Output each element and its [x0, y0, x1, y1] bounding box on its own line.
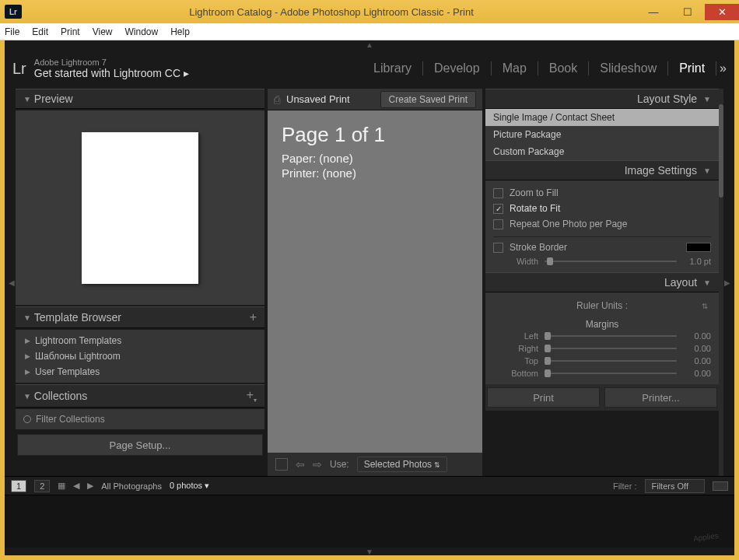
- grid-view-icon[interactable]: ▦: [58, 481, 65, 491]
- chevron-down-icon: ▼: [23, 95, 31, 103]
- layout-style-custom-package[interactable]: Custom Package: [485, 143, 719, 160]
- chevron-down-icon: ▼: [23, 313, 31, 322]
- stroke-width-label: Width: [493, 257, 538, 266]
- margin-top-slider[interactable]: [545, 360, 677, 362]
- layout-panel-header[interactable]: Layout ▼: [485, 272, 719, 292]
- module-map[interactable]: Map: [492, 61, 538, 75]
- window-close-button[interactable]: ✕: [705, 4, 739, 20]
- image-settings-body: Zoom to Fill ✓Rotate to Fit Repeat One P…: [485, 180, 719, 272]
- margin-bottom-label: Bottom: [493, 369, 538, 378]
- next-page-button[interactable]: ⇨: [313, 458, 322, 471]
- search-icon: [23, 415, 31, 423]
- collapse-bottom-icon[interactable]: ▼: [5, 548, 734, 555]
- template-folder-label: Шаблоны Lightroom: [35, 351, 121, 362]
- margins-title: Margins: [493, 314, 711, 330]
- add-template-button[interactable]: +: [250, 310, 257, 324]
- module-develop[interactable]: Develop: [423, 61, 492, 75]
- template-folder-user[interactable]: ▶User Templates: [20, 364, 260, 380]
- prev-page-button[interactable]: ⇦: [296, 458, 305, 471]
- template-folder-label: User Templates: [35, 366, 100, 377]
- print-buttons-bar: Print Printer...: [485, 384, 719, 411]
- margin-left-slider[interactable]: [545, 335, 677, 337]
- page-setup-button[interactable]: Page Setup...: [17, 434, 263, 456]
- unsaved-print-label: Unsaved Print: [286, 93, 350, 105]
- window-titlebar: Lr Lightroom Catalog - Adobe Photoshop L…: [0, 0, 739, 23]
- get-started-link[interactable]: Get started with Lightroom CC ▸: [34, 67, 189, 79]
- collapse-top-icon[interactable]: ▲: [5, 40, 734, 48]
- collapse-right-icon[interactable]: ▶: [723, 89, 731, 476]
- template-folder-ru[interactable]: ▶Шаблоны Lightroom: [20, 348, 260, 364]
- zoom-to-fill-label: Zoom to Fill: [510, 187, 559, 198]
- chevron-down-icon: ▼: [703, 95, 711, 103]
- add-collection-button[interactable]: +▾: [247, 388, 257, 404]
- filter-collections-label: Filter Collections: [36, 414, 105, 425]
- window-maximize-button[interactable]: ☐: [671, 4, 705, 20]
- stroke-width-value: 1.0 pt: [683, 257, 711, 266]
- nav-back-icon[interactable]: ◀: [73, 481, 79, 491]
- layout-title: Layout: [664, 276, 697, 289]
- menu-edit[interactable]: Edit: [32, 26, 48, 37]
- filmstrip[interactable]: Applies: [5, 495, 734, 548]
- nav-forward-icon[interactable]: ▶: [87, 481, 93, 491]
- filter-lock-toggle[interactable]: [713, 481, 728, 491]
- image-settings-title: Image Settings: [625, 164, 697, 177]
- window-minimize-button[interactable]: —: [636, 4, 671, 20]
- layout-style-header[interactable]: Layout Style ▼: [485, 89, 719, 109]
- zoom-to-fill-checkbox[interactable]: [493, 188, 503, 198]
- margin-bottom-slider[interactable]: [545, 373, 677, 374]
- stroke-color-swatch[interactable]: [686, 243, 711, 252]
- preview-panel-header[interactable]: ▼ Preview: [16, 89, 264, 109]
- dropdown-icon: ⇅: [702, 302, 708, 310]
- layout-style-picture-package[interactable]: Picture Package: [485, 126, 719, 143]
- app-header: Lr Adobe Lightroom 7 Get started with Li…: [5, 48, 734, 89]
- ruler-units-dropdown[interactable]: Ruler Units : ⇅: [493, 297, 711, 314]
- page-heading: Page 1 of 1: [282, 123, 468, 147]
- collections-header[interactable]: ▼ Collections +▾: [16, 384, 264, 408]
- filmstrip-count[interactable]: 0 photos ▾: [170, 481, 209, 491]
- printer-info: Printer: (none): [282, 166, 468, 180]
- module-overflow-icon[interactable]: »: [716, 61, 727, 75]
- rotate-to-fit-checkbox[interactable]: ✓: [493, 204, 503, 214]
- module-book[interactable]: Book: [538, 61, 589, 75]
- collections-title: Collections: [34, 390, 87, 402]
- window-title: Lightroom Catalog - Adobe Photoshop Ligh…: [26, 6, 636, 18]
- select-all-checkbox[interactable]: [275, 458, 288, 471]
- menu-file[interactable]: File: [5, 26, 19, 37]
- stroke-border-checkbox[interactable]: [493, 243, 503, 253]
- create-saved-print-button[interactable]: Create Saved Print: [380, 91, 476, 108]
- screen-mode-2-button[interactable]: 2: [34, 480, 50, 492]
- margin-right-slider[interactable]: [545, 348, 677, 349]
- filmstrip-toolbar: 1 2 ▦ ◀ ▶ All Photographs 0 photos ▾ Fil…: [5, 476, 734, 495]
- screen-mode-1-button[interactable]: 1: [11, 480, 26, 492]
- paper-info: Paper: (none): [282, 152, 468, 165]
- use-dropdown[interactable]: Selected Photos ⇅: [357, 457, 448, 472]
- canvas-footer: ⇦ ⇨ Use: Selected Photos ⇅: [268, 453, 482, 476]
- module-slideshow[interactable]: Slideshow: [589, 61, 668, 75]
- stroke-width-slider[interactable]: [545, 261, 677, 262]
- preview-canvas: [16, 110, 264, 305]
- menu-print[interactable]: Print: [61, 26, 80, 37]
- template-browser-title: Template Browser: [34, 311, 121, 324]
- filter-collections-row[interactable]: Filter Collections: [20, 411, 260, 428]
- filmstrip-source[interactable]: All Photographs: [101, 481, 162, 491]
- module-library[interactable]: Library: [362, 61, 423, 75]
- layout-style-single[interactable]: Single Image / Contact Sheet: [485, 109, 719, 126]
- filter-dropdown[interactable]: Filters Off: [645, 479, 705, 493]
- collapse-left-icon[interactable]: ◀: [8, 89, 16, 476]
- menu-help[interactable]: Help: [170, 26, 190, 37]
- dropdown-icon: ⇅: [434, 461, 440, 469]
- rotate-to-fit-label: Rotate to Fit: [510, 203, 560, 214]
- print-button[interactable]: Print: [487, 387, 600, 408]
- image-settings-header[interactable]: Image Settings ▼: [485, 160, 719, 180]
- printer-button[interactable]: Printer...: [604, 387, 717, 408]
- print-icon[interactable]: ⎙: [274, 93, 280, 106]
- stroke-border-label: Stroke Border: [510, 242, 567, 253]
- module-print[interactable]: Print: [668, 61, 716, 75]
- chevron-down-icon: ▼: [23, 392, 31, 401]
- print-canvas[interactable]: Page 1 of 1 Paper: (none) Printer: (none…: [268, 110, 482, 453]
- repeat-one-checkbox[interactable]: [493, 219, 503, 229]
- template-browser-header[interactable]: ▼ Template Browser +: [16, 306, 264, 328]
- menu-window[interactable]: Window: [125, 26, 159, 37]
- template-folder-lightroom[interactable]: ▶Lightroom Templates: [20, 333, 260, 348]
- menu-view[interactable]: View: [93, 26, 113, 37]
